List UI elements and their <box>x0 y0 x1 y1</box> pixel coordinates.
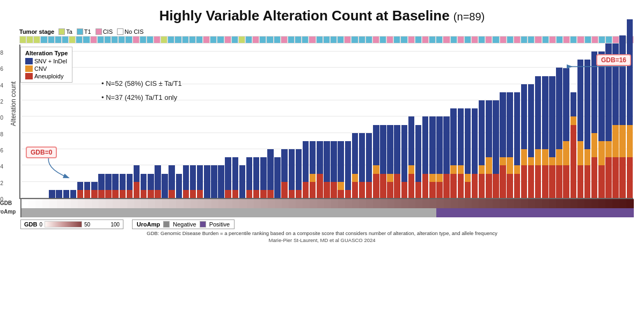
tumor-stage-cell <box>415 36 422 43</box>
cnv-segment <box>429 174 436 182</box>
tumor-stage-cell <box>464 36 471 43</box>
cnv-segment <box>310 174 316 182</box>
bar-wrapper <box>464 45 471 198</box>
uroamp-strip-cell <box>99 208 106 217</box>
uroamp-strip-cell <box>162 208 169 217</box>
aneu-segment <box>352 182 358 198</box>
gdb-strip <box>21 199 633 208</box>
uroamp-strip-cell <box>401 208 408 217</box>
cis-color-box <box>96 28 102 35</box>
aneu-segment <box>528 165 535 198</box>
tumor-stage-cell <box>281 36 288 43</box>
aneu-segment <box>120 190 126 198</box>
aneu-segment <box>303 182 309 198</box>
tumor-stage-cell <box>556 36 563 43</box>
uroamp-strip-cell <box>204 208 211 217</box>
bar-wrapper <box>338 45 345 198</box>
pos-label: Positive <box>209 221 230 228</box>
snv-segment <box>514 92 521 165</box>
uroamp-strip-cell <box>127 208 134 217</box>
tumor-stage-cell <box>577 36 584 43</box>
snv-segment <box>134 165 140 181</box>
tumor-stage-cell <box>500 36 507 43</box>
tumor-stage-cell <box>358 36 365 43</box>
uroamp-strip-cell <box>493 208 500 217</box>
tumor-stage-cell <box>33 36 40 43</box>
gdb-strip-cell <box>542 199 549 208</box>
pos-color <box>200 221 206 228</box>
snv-segment <box>190 165 196 189</box>
gdb-strip-cell <box>324 199 331 208</box>
uroamp-strip-cell <box>92 208 99 217</box>
uroamp-strip-cell <box>338 208 345 217</box>
tumor-stage-cell <box>217 36 224 43</box>
gdb-strip-cell <box>352 199 359 208</box>
legend-ta: Ta <box>58 28 72 35</box>
gdb-strip-cell <box>49 199 56 208</box>
snv-color <box>25 58 33 64</box>
aneu-segment <box>401 182 408 198</box>
aneu-segment <box>190 190 196 198</box>
gdb-strip-cell <box>394 199 401 208</box>
alt-legend-title: Alteration Type <box>25 50 68 56</box>
aneu-label: Aneuploidy <box>34 73 63 79</box>
bar-wrapper <box>457 45 464 198</box>
aneu-segment <box>507 174 513 198</box>
snv-segment <box>56 190 62 198</box>
bar-wrapper <box>387 45 394 198</box>
bar-wrapper <box>91 45 98 198</box>
bar-wrapper <box>210 45 217 198</box>
legend-cis: CIS <box>96 28 113 35</box>
aneu-segment <box>422 174 429 198</box>
snv-segment <box>528 84 535 157</box>
snv-segment <box>401 125 408 182</box>
gdb-strip-cell <box>247 199 254 208</box>
cnv-segment <box>627 125 633 158</box>
uroamp-strip-cell <box>570 208 577 217</box>
tumor-stage-cell <box>167 36 174 43</box>
snv-segment <box>204 165 210 198</box>
snv-segment <box>338 141 344 182</box>
uroamp-strip-cell <box>191 208 197 217</box>
gdb-gradient-bar <box>45 221 82 228</box>
aneu-segment <box>253 190 260 198</box>
bar-wrapper <box>189 45 196 198</box>
tumor-stage-label: Tumor stage <box>19 28 54 35</box>
aneu-segment <box>84 190 91 198</box>
tumor-stage-cell <box>598 36 605 43</box>
uroamp-strip-cell <box>436 208 443 217</box>
aneu-segment <box>514 174 521 198</box>
bar-wrapper <box>182 45 189 198</box>
gdb-strip-cell <box>261 199 268 208</box>
gdb-strip-cell <box>78 199 85 208</box>
gdb-strip-cell <box>598 199 605 208</box>
cnv-segment <box>450 165 457 173</box>
aneu-segment <box>183 190 189 198</box>
tumor-stage-cell <box>182 36 189 43</box>
uroamp-strip-cell <box>458 208 465 217</box>
page-container: Highly Variable Alteration Count at Base… <box>0 0 644 315</box>
cnv-segment <box>387 174 393 182</box>
aneu-segment <box>324 182 330 198</box>
bar-wrapper <box>492 45 499 198</box>
uroamp-strip-cell <box>598 208 605 217</box>
snv-segment <box>246 157 253 190</box>
bar-wrapper <box>154 45 161 198</box>
bar-wrapper <box>295 45 302 198</box>
aneu-segment <box>535 165 541 198</box>
gdb-strip-cell <box>254 199 261 208</box>
cnv-segment <box>458 165 464 173</box>
gdb-strip-cell <box>591 199 598 208</box>
y-tick: 18 <box>0 50 3 56</box>
uroamp-strip-cell <box>169 208 176 217</box>
tumor-stage-cell <box>160 36 167 43</box>
uroamp-strip-cell <box>296 208 303 217</box>
aneu-segment <box>141 190 147 198</box>
tumor-stage-cell <box>97 36 104 43</box>
bar-wrapper <box>105 45 112 198</box>
snv-segment <box>429 116 436 173</box>
cnv-segment <box>605 141 612 157</box>
uroamp-strip-cell <box>141 208 148 217</box>
snv-segment <box>324 141 330 182</box>
snv-segment <box>84 182 91 190</box>
